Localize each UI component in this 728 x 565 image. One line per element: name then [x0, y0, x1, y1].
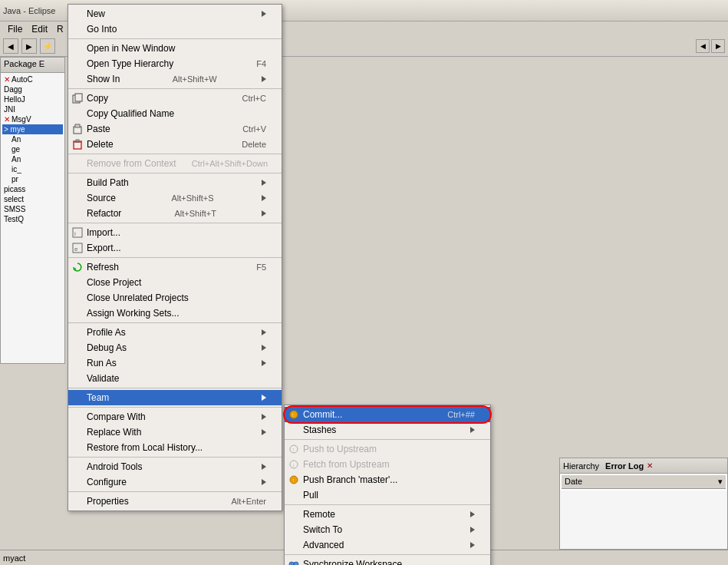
- menu-r[interactable]: R: [52, 22, 68, 36]
- menu-item-debugas[interactable]: Debug As: [68, 340, 282, 355]
- pkg-item-smss[interactable]: SMSS: [2, 204, 63, 214]
- package-explorer-panel: Package E ✕ AutoC Dagg HelloJ JNI ✕ MsgV…: [0, 57, 65, 364]
- pkg-item-dagg[interactable]: Dagg: [2, 84, 63, 94]
- menu-item-export[interactable]: e Export...: [68, 240, 282, 256]
- menu-item-assignworkingsets[interactable]: Assign Working Sets...: [68, 306, 282, 321]
- menu-item-profileas[interactable]: Profile As: [68, 325, 282, 340]
- pkg-item-mye[interactable]: > mye: [2, 124, 63, 134]
- opentype-icon: [71, 58, 84, 70]
- menu-item-team[interactable]: Team: [68, 390, 282, 405]
- menu-item-validate[interactable]: Validate: [68, 371, 282, 386]
- pkg-item-helloj[interactable]: HelloJ: [2, 94, 63, 104]
- refresh-icon: [71, 261, 84, 273]
- package-explorer-header: Package E: [1, 58, 64, 73]
- menu-item-comparewith[interactable]: Compare With: [68, 409, 282, 425]
- menu-item-opentype[interactable]: Open Type Hierarchy F4: [68, 56, 282, 71]
- menu-item-openwindow[interactable]: Open in New Window: [68, 41, 282, 56]
- menu-item-buildpath[interactable]: Build Path: [68, 175, 282, 190]
- nav-back[interactable]: ◀: [696, 39, 710, 53]
- menu-item-push-branch[interactable]: ↑ Push Branch 'master'...: [285, 472, 490, 487]
- menu-item-restorefromlocalhistory[interactable]: Restore from Local History...: [68, 440, 282, 455]
- svg-text:↓: ↓: [292, 462, 295, 468]
- menu-item-removectx[interactable]: Remove from Context Ctrl+Alt+Shift+Down: [68, 156, 282, 171]
- menu-edit[interactable]: Edit: [27, 22, 52, 36]
- pkg-item-an[interactable]: An: [2, 134, 63, 144]
- menu-item-refresh[interactable]: Refresh F5: [68, 259, 282, 275]
- refactor-shortcut: Alt+Shift+T: [159, 209, 216, 218]
- menu-item-remote[interactable]: Remote: [285, 507, 490, 522]
- status-text: myact: [3, 553, 25, 563]
- openwindow-icon: [71, 42, 84, 55]
- sep-2: [68, 88, 282, 89]
- pkg-item-autoc[interactable]: ✕ AutoC: [2, 74, 63, 84]
- menu-item-advanced[interactable]: Advanced: [285, 537, 490, 553]
- gointo-icon: [71, 23, 84, 35]
- source-shortcut: Alt+Shift+S: [156, 193, 213, 203]
- pull-icon: [288, 489, 300, 501]
- menu-item-replacewith[interactable]: Replace With: [68, 425, 282, 440]
- toolbar-button-3[interactable]: ⚡: [40, 38, 55, 54]
- team-icon: [71, 392, 84, 404]
- pkg-item-picass[interactable]: picass: [2, 184, 63, 194]
- app-title: Java - Eclipse: [3, 6, 55, 15]
- menu-item-source[interactable]: Source Alt+Shift+S: [68, 190, 282, 206]
- new-icon: [71, 8, 84, 20]
- removectx-icon: [71, 157, 84, 170]
- copy-icon: [71, 92, 84, 104]
- sep-3: [68, 154, 282, 154]
- error-log-close[interactable]: ✕: [647, 461, 653, 470]
- toolbar-button-2[interactable]: ▶: [21, 38, 37, 54]
- menu-item-syncworkspace[interactable]: Synchronize Workspace: [285, 557, 490, 565]
- svg-rect-4: [74, 142, 81, 149]
- menu-item-import[interactable]: i Import...: [68, 225, 282, 240]
- debugas-arrow-icon: [254, 342, 266, 353]
- menu-item-commit[interactable]: ↑ Commit... Ctrl+##: [285, 407, 490, 422]
- menu-item-push-upstream[interactable]: ↑ Push to Upstream: [285, 441, 490, 457]
- showin-arrow-icon: [254, 74, 266, 84]
- menu-item-paste[interactable]: Paste Ctrl+V: [68, 121, 282, 137]
- menu-item-showin[interactable]: Show In Alt+Shift+W: [68, 71, 282, 87]
- date-sort-arrow[interactable]: ▾: [718, 477, 723, 487]
- pkg-item-pr[interactable]: pr: [2, 174, 63, 184]
- menu-item-refactor[interactable]: Refactor Alt+Shift+T: [68, 206, 282, 221]
- paste-shortcut: Ctrl+V: [227, 124, 266, 134]
- menu-item-delete[interactable]: Delete Delete: [68, 137, 282, 152]
- androidtools-icon: [71, 461, 84, 473]
- switchto-icon: [288, 524, 300, 536]
- menu-item-copy[interactable]: Copy Ctrl+C: [68, 91, 282, 106]
- menu-item-new[interactable]: New: [68, 6, 282, 21]
- svg-text:↑: ↑: [292, 477, 295, 483]
- menu-item-androidtools[interactable]: Android Tools: [68, 459, 282, 474]
- team-arrow-icon: [254, 392, 266, 403]
- delete-icon: [71, 138, 84, 150]
- menu-item-closeproject[interactable]: Close Project: [68, 275, 282, 290]
- pkg-item-an2[interactable]: An: [2, 154, 63, 164]
- menu-item-properties[interactable]: Properties Alt+Enter: [68, 494, 282, 509]
- nav-forward[interactable]: ▶: [711, 39, 725, 53]
- removectx-shortcut: Ctrl+Alt+Shift+Down: [176, 159, 268, 168]
- hierarchy-tab[interactable]: Hierarchy: [563, 461, 599, 471]
- menu-file[interactable]: File: [3, 22, 27, 36]
- remote-arrow-icon: [463, 509, 475, 520]
- pkg-item-jni[interactable]: JNI: [2, 104, 63, 114]
- menu-item-closeunrelated[interactable]: Close Unrelated Projects: [68, 290, 282, 306]
- new-arrow-icon: [254, 8, 266, 19]
- pkg-item-ic[interactable]: ic_: [2, 164, 63, 174]
- menu-item-pull[interactable]: Pull: [285, 487, 490, 503]
- pkg-item-select[interactable]: select: [2, 194, 63, 204]
- menu-item-fetch-upstream[interactable]: ↓ Fetch from Upstream: [285, 457, 490, 472]
- menu-item-copyqualified[interactable]: Copy Qualified Name: [68, 106, 282, 121]
- pkg-item-ge[interactable]: ge: [2, 144, 63, 154]
- pkg-item-msgv[interactable]: ✕ MsgV: [2, 114, 63, 124]
- menu-item-switchto[interactable]: Switch To: [285, 522, 490, 537]
- copyqualified-icon: [71, 107, 84, 120]
- pkg-item-testq[interactable]: TestQ: [2, 214, 63, 224]
- menu-item-runas[interactable]: Run As: [68, 355, 282, 371]
- runas-icon: [71, 357, 84, 369]
- menu-item-gointo[interactable]: Go Into: [68, 21, 282, 37]
- svg-text:↑: ↑: [292, 447, 295, 452]
- toolbar-button-1[interactable]: ◀: [3, 38, 18, 54]
- menu-item-stashes[interactable]: Stashes: [285, 422, 490, 438]
- menu-item-configure[interactable]: Configure: [68, 474, 282, 490]
- errorlog-tab[interactable]: Error Log: [605, 461, 644, 471]
